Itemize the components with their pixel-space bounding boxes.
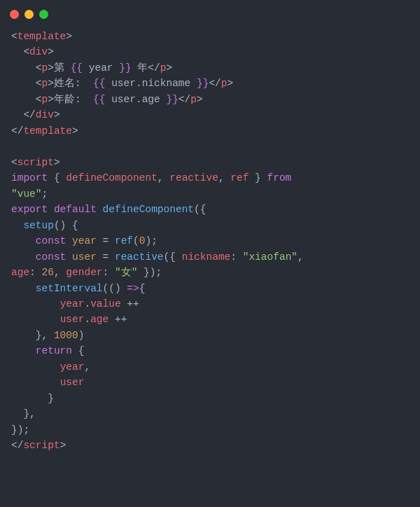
code-line: <div> [11, 46, 54, 57]
code-line: }, [11, 408, 36, 419]
code-line: <p>年龄: {{ user.age }}</p> [11, 94, 203, 105]
code-line: </template> [11, 125, 78, 137]
code-line: </script> [11, 440, 66, 451]
code-line: setInterval(() =>{ [11, 283, 145, 294]
code-line: year.value ++ [11, 298, 139, 310]
code-block: <template> <div> <p>第 {{ year }} 年</p> <… [0, 23, 420, 465]
window-controls [0, 0, 420, 23]
code-line: setup() { [11, 220, 78, 231]
code-line: }); [11, 424, 29, 436]
close-icon[interactable] [10, 10, 19, 19]
code-line: import { defineComponent, reactive, ref … [11, 172, 291, 183]
code-line: <template> [11, 31, 72, 42]
minimize-icon[interactable] [24, 10, 34, 19]
code-line: year, [11, 361, 90, 373]
code-line: user.age ++ [11, 314, 127, 325]
code-line: const year = ref(0); [11, 235, 158, 246]
code-line: user [11, 377, 84, 388]
maximize-icon[interactable] [39, 10, 48, 19]
code-line: const user = reactive({ nickname: "xiaof… [11, 251, 304, 263]
code-line: } [11, 393, 54, 404]
code-line: }, 1000) [11, 330, 84, 341]
code-line: <p>姓名: {{ user.nickname }}</p> [11, 78, 233, 89]
code-line: <script> [11, 157, 60, 168]
code-line: return { [11, 345, 84, 356]
code-line: age: 26, gender: "女" }); [11, 267, 162, 278]
code-line: export default defineComponent({ [11, 204, 206, 215]
code-line: </div> [11, 109, 60, 120]
code-line: "vue"; [11, 188, 48, 200]
code-line: <p>第 {{ year }} 年</p> [11, 62, 172, 74]
